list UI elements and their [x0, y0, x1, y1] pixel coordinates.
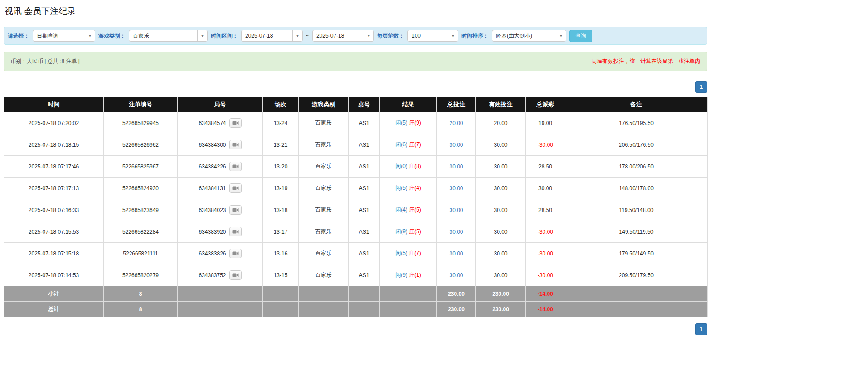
sort-select[interactable]: 降幂(由大到小) ▼	[492, 30, 566, 42]
result-player: 闲(5)	[395, 250, 407, 256]
video-camera-icon	[232, 186, 239, 191]
page-size-select[interactable]: 100 ▼	[407, 30, 458, 42]
view-video-button[interactable]	[229, 162, 242, 171]
cell-bet-id: 522665824930	[104, 178, 178, 199]
view-video-button[interactable]	[229, 205, 242, 215]
payout-value: 30.00	[538, 185, 552, 192]
summary-label: 小计	[4, 286, 104, 302]
sort-value: 降幂(由大到小)	[492, 30, 556, 41]
view-video-button[interactable]	[229, 140, 242, 149]
summary-currency-count: 币别：人民币 | 总共 :8 注单 |	[10, 58, 80, 65]
cell-session: 13-17	[263, 221, 299, 243]
pagination-bottom: 1	[4, 323, 707, 335]
total-bet-link[interactable]: 30.00	[449, 163, 463, 170]
column-header: 总派彩	[526, 97, 565, 112]
payout-value: -30.00	[538, 272, 553, 279]
result-banker: 庄(7)	[409, 250, 421, 256]
summary-valid-bet: 230.00	[476, 286, 526, 302]
payout-value: -30.00	[538, 250, 553, 257]
query-type-select[interactable]: 日期查询 ▼	[33, 30, 95, 42]
query-button[interactable]: 查询	[569, 30, 592, 42]
round-id-text: 634384131	[199, 185, 226, 192]
view-video-button[interactable]	[229, 270, 242, 280]
date-from-select[interactable]: 2025-07-18 ▼	[241, 30, 303, 42]
result-banker: 庄(7)	[409, 141, 421, 148]
cell-round-id: 634384023	[178, 199, 263, 221]
summary-bar: 币别：人民币 | 总共 :8 注单 | 同局有效投注，统一计算在该局第一张注单内	[4, 52, 707, 71]
cell-total-bet: 30.00	[437, 243, 476, 264]
cell-remark: 206.50/176.50	[565, 134, 708, 156]
round-id-text: 634384300	[199, 142, 226, 148]
cell-game-type: 百家乐	[299, 221, 349, 243]
cell-session: 13-15	[263, 264, 299, 286]
payout-value: -30.00	[538, 142, 553, 148]
cell-result: 闲(0) 庄(8)	[380, 156, 437, 178]
chevron-down-icon: ▼	[364, 30, 373, 41]
video-camera-icon	[232, 142, 239, 147]
date-to-select[interactable]: 2025-07-18 ▼	[312, 30, 374, 42]
cell-total-bet: 30.00	[437, 221, 476, 243]
summary-remark	[565, 302, 708, 317]
result-banker: 庄(5)	[409, 228, 421, 235]
page-root: 视讯 会员下注纪录 请选择： 日期查询 ▼ 游戏类别： 百家乐 ▼ 时间区间： …	[4, 3, 707, 335]
total-bet-link[interactable]: 30.00	[449, 250, 463, 257]
view-video-button[interactable]	[229, 183, 242, 193]
result-banker: 庄(9)	[409, 120, 421, 126]
cell-payout: 28.50	[526, 156, 565, 178]
total-bet-link[interactable]: 20.00	[449, 120, 463, 126]
cell-round-id: 634384574	[178, 112, 263, 134]
cell-remark: 178.00/206.50	[565, 156, 708, 178]
page-button-1[interactable]: 1	[695, 323, 707, 335]
result-player: 闲(0)	[395, 163, 407, 169]
result-player: 闲(6)	[395, 141, 407, 148]
table-row: 2025-07-18 07:17:13522665824930634384131…	[4, 178, 708, 199]
query-type-value: 日期查询	[33, 30, 85, 41]
summary-count: 8	[104, 302, 178, 317]
date-from-value: 2025-07-18	[242, 30, 292, 41]
table-row: 2025-07-18 07:18:15522665826962634384300…	[4, 134, 708, 156]
cell-table-number: AS1	[349, 178, 380, 199]
cell-session: 13-18	[263, 199, 299, 221]
payout-value: -30.00	[538, 229, 553, 235]
view-video-button[interactable]	[229, 227, 242, 236]
summary-notice: 同局有效投注，统一计算在该局第一张注单内	[592, 58, 700, 65]
table-row: 2025-07-18 07:20:02522665829945634384574…	[4, 112, 708, 134]
cell-bet-id: 522665825967	[104, 156, 178, 178]
result-player: 闲(5)	[395, 185, 407, 191]
total-bet-link[interactable]: 30.00	[449, 207, 463, 213]
cell-round-id: 634384131	[178, 178, 263, 199]
page-button-1[interactable]: 1	[695, 81, 707, 93]
cell-remark: 148.00/178.00	[565, 178, 708, 199]
cell-time: 2025-07-18 07:20:02	[4, 112, 104, 134]
view-video-button[interactable]	[229, 118, 242, 128]
payout-value: 19.00	[538, 120, 552, 126]
total-bet-link[interactable]: 30.00	[449, 142, 463, 148]
cell-session: 13-20	[263, 156, 299, 178]
cell-remark: 179.50/149.50	[565, 243, 708, 264]
result-banker: 庄(1)	[409, 272, 421, 278]
cell-payout: 28.50	[526, 199, 565, 221]
chevron-down-icon: ▼	[197, 30, 207, 41]
cell-payout: 30.00	[526, 178, 565, 199]
summary-payout: -14.00	[526, 286, 565, 302]
table-body: 2025-07-18 07:20:02522665829945634384574…	[4, 112, 708, 286]
column-header: 注单编号	[104, 97, 178, 112]
cell-session: 13-21	[263, 134, 299, 156]
bet-records-table: 时间注单编号局号场次游戏类别桌号结果总投注有效投注总派彩备注 2025-07-1…	[4, 97, 708, 317]
table-row: 2025-07-18 07:17:46522665825967634384226…	[4, 156, 708, 178]
total-bet-link[interactable]: 30.00	[449, 272, 463, 279]
cell-result: 闲(9) 庄(5)	[380, 221, 437, 243]
total-bet-link[interactable]: 30.00	[449, 229, 463, 235]
result-player: 闲(5)	[395, 120, 407, 126]
view-video-button[interactable]	[229, 249, 242, 258]
cell-valid-bet: 30.00	[476, 221, 526, 243]
query-type-label: 请选择：	[8, 32, 29, 40]
cell-table-number: AS1	[349, 221, 380, 243]
total-bet-link[interactable]: 30.00	[449, 185, 463, 192]
cell-total-bet: 20.00	[437, 112, 476, 134]
game-type-select[interactable]: 百家乐 ▼	[129, 30, 208, 42]
title-divider	[4, 22, 707, 22]
cell-time: 2025-07-18 07:14:53	[4, 264, 104, 286]
cell-valid-bet: 30.00	[476, 178, 526, 199]
cell-table-number: AS1	[349, 264, 380, 286]
